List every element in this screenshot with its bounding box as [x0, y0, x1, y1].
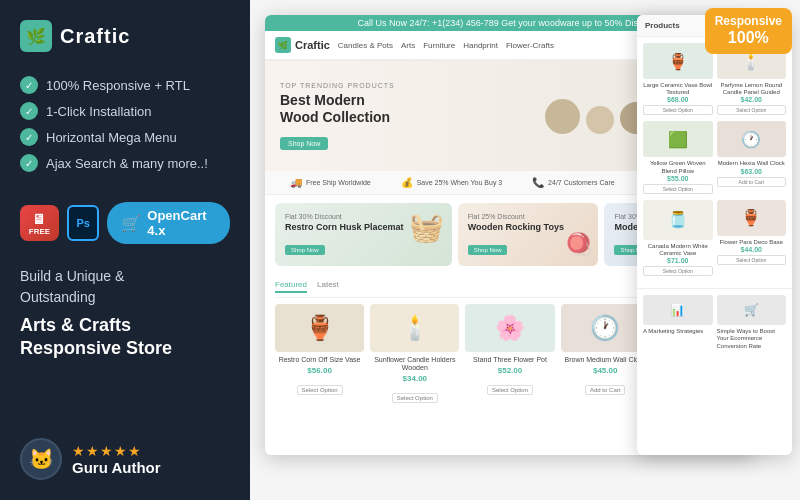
right-btn-5[interactable]: Select Option [643, 266, 713, 276]
author-section: 🐱 ★★★★★ Guru Author [20, 422, 230, 480]
select-option-2[interactable]: Select Option [392, 393, 438, 403]
right-prod-4: 🕐 Modern Hexia Wall Clock $63.00 Add to … [717, 121, 787, 193]
feature-item-4: ✓ Ajax Search & many more..! [20, 154, 230, 172]
promo-card-2: Flat 25% Discount Wooden Rocking Toys Sh… [458, 203, 599, 266]
site-logo: 🌿 Craftic [275, 37, 330, 53]
author-stars: ★★★★★ [72, 443, 161, 459]
check-icon-3: ✓ [20, 128, 38, 146]
left-panel: 🌿 Craftic ✓ 100% Responsive + RTL ✓ 1-Cl… [0, 0, 250, 500]
candle-group [545, 99, 652, 134]
author-info: ★★★★★ Guru Author [72, 443, 161, 476]
site-nav-items[interactable]: Candles & Pots Arts Furniture Handprint … [338, 41, 680, 50]
blog-row: 📊 A Marketing Strategies 🛒 Simple Ways t… [643, 295, 786, 350]
feature-item-2: ✓ 1-Click Installation [20, 102, 230, 120]
candle-2 [586, 106, 614, 134]
preview-area: Responsive 100% Call Us Now 24/7: +1(234… [250, 0, 800, 500]
save-icon: 💰 [401, 177, 413, 188]
right-btn-2[interactable]: Select Option [717, 105, 787, 115]
photoshop-badge: Ps [67, 205, 99, 241]
badges-row: 🖥 FREE Ps 🛒 OpenCart 4.x [20, 202, 230, 244]
nav-furniture[interactable]: Furniture [423, 41, 455, 50]
promo-img-2: 🪀 [565, 232, 592, 258]
brand-name: Craftic [60, 25, 130, 48]
nav-handprint[interactable]: Handprint [463, 41, 498, 50]
right-prod-img-placeholder: 🏺 [717, 200, 787, 236]
main-title: Arts & CraftsResponsive Store [20, 314, 230, 361]
logo-icon: 🌿 [20, 20, 52, 52]
candle-1 [545, 99, 580, 134]
tab-featured[interactable]: Featured [275, 280, 307, 293]
right-prod-img-1: 🏺 [643, 43, 713, 79]
check-icon-1: ✓ [20, 76, 38, 94]
nav-flower[interactable]: Flower-Crafts [506, 41, 554, 50]
product-img-2: 🕯️ [370, 304, 459, 352]
right-prod-img-5: 🫙 [643, 200, 713, 240]
right-btn-3[interactable]: Select Option [643, 184, 713, 194]
add-to-cart-1[interactable]: Add to Cart [585, 385, 625, 395]
promo-card-1: Flat 30% Discount Restro Corn Husk Place… [275, 203, 452, 266]
right-prod-3: 🟩 Yellow Green Woven Blend Pillow $55.00… [643, 121, 713, 193]
blog-card-2: 🛒 Simple Ways to Boost Your Ecommerce Co… [717, 295, 787, 350]
hero-title: Best ModernWood Collection [280, 92, 395, 126]
site-logo-icon: 🌿 [275, 37, 291, 53]
author-name: Guru Author [72, 459, 161, 476]
select-option-3[interactable]: Select Option [487, 385, 533, 395]
blog-section: 📊 A Marketing Strategies 🛒 Simple Ways t… [637, 288, 792, 356]
check-icon-4: ✓ [20, 154, 38, 172]
right-prod-5: 🫙 Canada Modern White Ceramic Vase $71.0… [643, 200, 713, 276]
right-row-1: 🏺 Large Ceramic Vase Bowl Textured $68.0… [643, 43, 786, 115]
product-card-2: 🕯️ Sunflower Candle Holders Wooden $34.0… [370, 304, 459, 405]
right-mockup: Products 🏺 Large Ceramic Vase Bowl Textu… [637, 15, 792, 455]
hero-text: Top Trending Products Best ModernWood Co… [280, 82, 395, 150]
right-prod-1: 🏺 Large Ceramic Vase Bowl Textured $68.0… [643, 43, 713, 115]
right-row-3: 🫙 Canada Modern White Ceramic Vase $71.0… [643, 200, 786, 276]
feature-ship: 🚚 Free Ship Worldwide [290, 177, 371, 188]
right-btn-1[interactable]: Select Option [643, 105, 713, 115]
opencart-badge[interactable]: 🛒 OpenCart 4.x [107, 202, 230, 244]
product-card-3: 🌸 Stand Three Flower Pot $52.00 Select O… [465, 304, 554, 405]
nav-candles[interactable]: Candles & Pots [338, 41, 393, 50]
feature-save: 💰 Save 25% When You Buy 3 [401, 177, 503, 188]
right-mock-products: 🏺 Large Ceramic Vase Bowl Textured $68.0… [637, 37, 792, 288]
care-icon: 📞 [532, 177, 544, 188]
features-list: ✓ 100% Responsive + RTL ✓ 1-Click Instal… [20, 76, 230, 180]
description-line1: Build a Unique & Outstanding [20, 266, 230, 308]
responsive-badge: Responsive 100% [705, 8, 792, 54]
product-img-3: 🌸 [465, 304, 554, 352]
nav-arts[interactable]: Arts [401, 41, 415, 50]
blog-img-2: 🛒 [717, 295, 787, 325]
right-btn-6[interactable]: Select Option [717, 255, 787, 265]
author-avatar: 🐱 [20, 438, 62, 480]
cart-icon: 🛒 [121, 214, 141, 233]
feature-care: 📞 24/7 Customers Care [532, 177, 615, 188]
tab-latest[interactable]: Latest [317, 280, 339, 293]
blog-img-1: 📊 [643, 295, 713, 325]
right-prod-img-4: 🕐 [717, 121, 787, 157]
feature-item-1: ✓ 100% Responsive + RTL [20, 76, 230, 94]
product-img-1: 🏺 [275, 304, 364, 352]
hero-subtitle: Top Trending Products [280, 82, 395, 89]
select-option-1[interactable]: Select Option [297, 385, 343, 395]
feature-item-3: ✓ Horizontal Mega Menu [20, 128, 230, 146]
right-prod-2: 🕯️ Parfyme Lemon Round Candle Panel Guid… [717, 43, 787, 115]
right-btn-4[interactable]: Add to Cart [717, 177, 787, 187]
check-icon-2: ✓ [20, 102, 38, 120]
right-prod-img-3: 🟩 [643, 121, 713, 157]
blog-card-1: 📊 A Marketing Strategies [643, 295, 713, 350]
promo-img-1: 🧺 [409, 211, 444, 244]
right-row-2: 🟩 Yellow Green Woven Blend Pillow $55.00… [643, 121, 786, 193]
logo-area: 🌿 Craftic [20, 20, 230, 52]
ship-icon: 🚚 [290, 177, 302, 188]
monitor-badge: 🖥 FREE [20, 205, 59, 241]
product-card-1: 🏺 Restro Corn Off Size Vase $56.00 Selec… [275, 304, 364, 405]
hero-button[interactable]: Shop Now [280, 137, 328, 150]
right-prod-placeholder: 🏺 Flower Para Deco Base $44.00 Select Op… [717, 200, 787, 276]
